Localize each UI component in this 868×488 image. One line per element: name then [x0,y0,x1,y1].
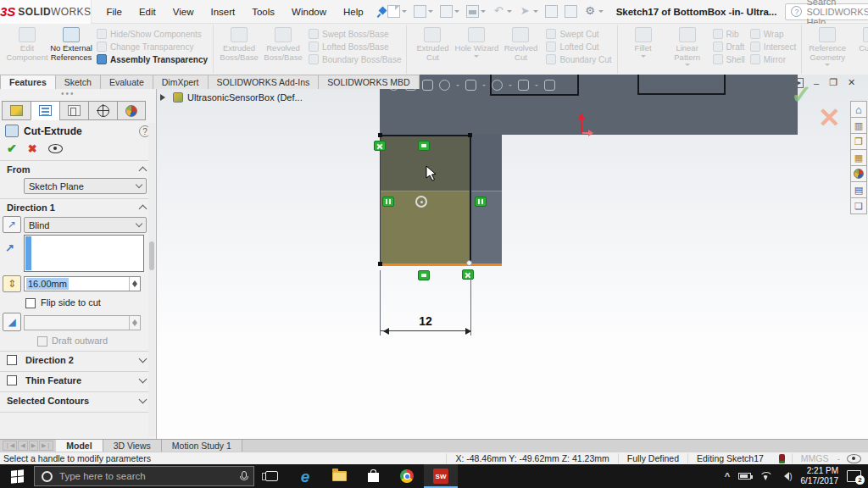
design-library-tab[interactable]: ▥ [850,117,867,134]
first-tab-button[interactable]: ❘◀ [3,441,17,451]
prev-tab-button[interactable]: ◀ [18,441,27,451]
curves-button[interactable]: Curves [849,25,868,60]
microphone-icon[interactable] [240,471,247,481]
swept-boss-base-button[interactable]: Swept Boss/Base [309,29,401,39]
horizontal-relation-icon[interactable] [418,270,430,280]
expand-arrow-icon[interactable] [160,94,169,101]
from-section-header[interactable]: From [7,164,31,175]
unit-system[interactable]: MMGS [792,453,837,463]
solidworks-app-button[interactable]: SW [424,464,458,488]
chrome-app-button[interactable] [390,464,424,488]
change-transparency-button[interactable]: Change Transparency [97,42,208,52]
property-manager-tab[interactable] [31,101,59,120]
dimension-value[interactable]: 12 [403,314,448,328]
selected-edge-orange[interactable] [380,263,502,266]
store-app-button[interactable] [356,464,390,488]
thin-feature-section-header[interactable]: Thin Feature [25,375,81,385]
task-view-button[interactable] [254,464,288,488]
preview-eye-icon[interactable] [48,144,63,153]
direction-reference-selection-box[interactable] [24,235,144,272]
sketch-vertex[interactable] [378,262,382,266]
volume-icon[interactable]: ) [780,472,792,481]
taskbar-clock[interactable]: 2:21 PM 6/17/2017 [801,466,839,486]
sketch-endpoint-handle[interactable] [466,260,472,266]
accept-button[interactable]: ✔ [7,141,17,155]
extruded-cut-button[interactable]: Extruded Cut [410,25,454,62]
view-palette-tab[interactable]: ▦ [850,149,867,166]
confirmation-cancel-icon[interactable]: ✕ [818,102,841,134]
print-button[interactable] [464,3,488,19]
draft-angle-spinner[interactable] [24,315,141,330]
expand-chevron-icon[interactable] [139,375,147,384]
coincident-relation-icon[interactable] [374,141,386,151]
scrollbar-handle[interactable] [149,241,154,270]
depth-spinner[interactable]: 16.00mm [24,276,141,291]
lofted-boss-base-button[interactable]: Lofted Boss/Base [309,42,401,52]
mirror-button[interactable]: Mirror [750,54,796,64]
expand-chevron-icon[interactable] [139,396,147,404]
assembly-transparency-button[interactable]: Assembly Transparency [97,54,208,64]
doc-minimize-button[interactable]: – [814,78,819,88]
edge-app-button[interactable]: e [288,464,322,488]
revolved-cut-button[interactable]: Revolved Cut [498,25,542,62]
taskbar-search-box[interactable]: Type here to search [34,466,254,486]
tab-dimxpert[interactable]: DimXpert [153,75,208,89]
menu-window[interactable]: Window [284,4,334,19]
sketch-line-top[interactable] [380,135,471,136]
hole-wizard-button[interactable]: Hole Wizard [454,25,498,60]
doc-tab-model[interactable]: Model [56,440,103,452]
shell-button[interactable]: Shell [713,54,745,64]
direction2-section-header[interactable]: Direction 2 [25,355,74,365]
unit-caret[interactable]: - [837,453,841,463]
panel-splitter-handle[interactable]: ••• [61,89,75,98]
start-button[interactable] [0,464,34,488]
menu-tools[interactable]: Tools [244,4,282,19]
flip-side-checkbox[interactable] [25,298,36,308]
appearances-tab[interactable] [850,165,867,182]
collapse-chevron-icon[interactable] [139,167,147,175]
graphics-viewport[interactable]: 12 ✓ ✕ ▸ – ❐ ✕ ⌂ ▥ ❒ [157,75,868,439]
display-style-icon[interactable] [492,80,503,91]
boundary-cut-button[interactable]: Boundary Cut [546,54,611,64]
dimxpert-manager-tab[interactable] [88,101,117,120]
intersect-button[interactable]: Intersect [750,42,796,52]
wrap-button[interactable]: Wrap [750,29,796,39]
hide-show-components-button[interactable]: Hide/Show Components [97,29,208,39]
view-orientation-icon[interactable] [465,80,476,91]
last-tab-button[interactable]: ▶❘ [39,441,53,451]
edit-component-button[interactable]: Edit Component [5,25,49,62]
file-properties-button[interactable] [562,3,580,19]
configuration-manager-tab[interactable] [59,101,88,120]
thin-feature-checkbox[interactable] [7,375,17,385]
doc-tab-3d-views[interactable]: 3D Views [103,440,162,452]
select-button[interactable]: ➤ [516,3,541,19]
coincident-relation-icon[interactable] [462,269,474,280]
cancel-button[interactable]: ✖ [28,142,37,155]
battery-icon[interactable] [738,473,751,480]
menu-file[interactable]: File [98,4,130,19]
feature-tree-flyout[interactable]: UltrasonicSensorBox (Def... [160,92,303,103]
feature-tree-root[interactable]: UltrasonicSensorBox (Def... [187,92,303,103]
reverse-direction-button[interactable]: ↗ [3,216,21,233]
forum-tab[interactable]: ❏ [850,197,867,214]
open-button[interactable] [411,3,436,19]
appearance-icon[interactable] [544,80,555,91]
sketch-vertex[interactable] [468,133,472,137]
file-explorer-tab[interactable]: ❒ [850,133,867,150]
from-plane-dropdown[interactable]: Sketch Plane [24,178,147,194]
reference-geometry-button[interactable]: Reference Geometry [805,25,849,69]
lofted-cut-button[interactable]: Lofted Cut [546,42,611,52]
help-search-box[interactable]: ? Search SOLIDWORKS Help [785,3,868,20]
rib-button[interactable]: Rib [713,29,745,39]
doc-tab-motion-study-1[interactable]: Motion Study 1 [162,440,242,452]
home-tab[interactable]: ⌂ [850,101,867,118]
menu-insert[interactable]: Insert [203,4,242,19]
direction2-checkbox[interactable] [7,355,17,365]
options-button[interactable]: ⚙ [581,3,606,19]
part-face-right[interactable] [470,135,502,191]
spinner-arrows[interactable] [129,277,140,291]
tab-features[interactable]: Features [0,75,55,89]
custom-properties-tab[interactable]: ▤ [850,181,867,198]
direction1-section-header[interactable]: Direction 1 [7,202,55,213]
menu-edit[interactable]: Edit [131,4,164,19]
